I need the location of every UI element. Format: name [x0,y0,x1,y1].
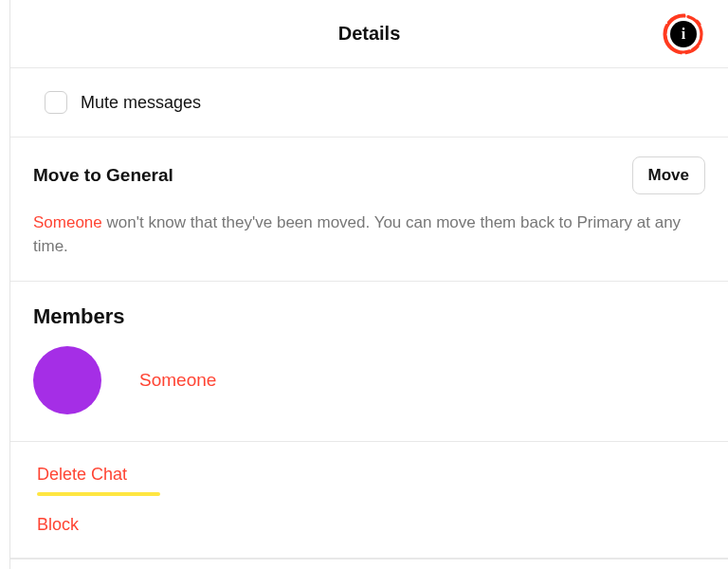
svg-point-0 [665,16,701,52]
details-panel: Details i Mute messages Move to General … [9,0,728,569]
member-name: Someone [139,370,216,391]
mute-label: Mute messages [81,93,201,113]
panel-title: Details [338,23,401,45]
members-section: Members Someone [10,282,728,442]
mute-section: Mute messages [10,68,728,138]
move-header-row: Move to General Move [33,156,705,194]
delete-chat-action[interactable]: Delete Chat [37,459,705,490]
members-heading: Members [33,304,705,329]
mute-checkbox[interactable] [45,91,67,114]
move-section: Move to General Move Someone won't know … [10,138,728,282]
move-desc-rest: won't know that they've been moved. You … [33,213,681,255]
move-user-link[interactable]: Someone [33,213,102,231]
member-row[interactable]: Someone [33,346,705,414]
svg-point-1 [662,12,705,56]
highlight-underline-annotation [37,492,160,496]
block-action[interactable]: Block [37,509,705,541]
info-button[interactable]: i [662,12,705,56]
actions-section: Delete Chat Block [10,442,728,559]
highlight-circle-annotation [662,12,705,56]
panel-header: Details i [10,0,728,68]
section-divider [10,559,728,560]
member-avatar [33,346,101,414]
move-title: Move to General [33,165,173,186]
move-description: Someone won't know that they've been mov… [33,211,705,258]
move-button[interactable]: Move [632,156,705,194]
